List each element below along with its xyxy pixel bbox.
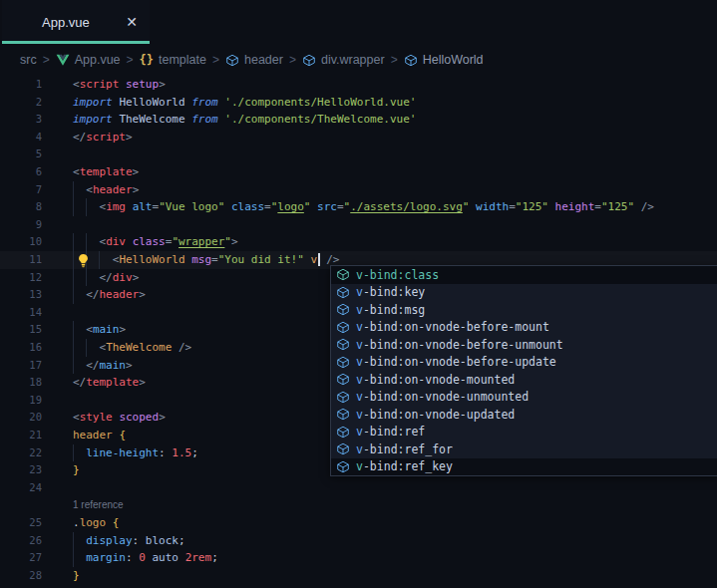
line-number[interactable]: 6 (0, 163, 42, 181)
suggest-item-v-bind-on-vnode-updated[interactable]: v-bind:on-vnode-updated (331, 406, 717, 424)
code-line[interactable]: 27 margin: 0 auto 2rem; (0, 549, 717, 567)
suggest-item-v-bind-on-vnode-unmounted[interactable]: v-bind:on-vnode-unmounted (331, 389, 717, 407)
line-number[interactable]: 17 (0, 357, 42, 375)
line-number[interactable]: 18 (0, 374, 42, 392)
symbol-cube-icon (404, 54, 418, 67)
code-line-content: </main> (73, 357, 133, 375)
suggest-item-v-bind-key[interactable]: v-bind:key (331, 284, 717, 302)
line-number[interactable]: 15 (0, 321, 42, 339)
code-line[interactable]: 7 <header> (0, 181, 717, 199)
code-line[interactable]: 5 (0, 146, 717, 163)
code-line[interactable]: 3import TheWelcome from './components/Th… (0, 111, 717, 129)
code-line[interactable]: 1<script setup> (0, 76, 717, 94)
vue-logo-icon (56, 54, 70, 67)
line-number[interactable]: 8 (0, 198, 42, 216)
line-number[interactable]: 27 (0, 549, 42, 567)
symbol-cube-icon (336, 426, 350, 439)
symbol-cube-icon (336, 268, 350, 281)
code-line[interactable]: 10 <div class="wrapper"> (0, 233, 717, 251)
suggest-item-label: v-bind:class (356, 268, 439, 282)
suggest-item-v-bind-ref-key[interactable]: v-bind:ref_key (331, 458, 717, 476)
symbol-cube-icon (336, 356, 350, 369)
line-number[interactable]: 7 (0, 181, 42, 199)
line-number[interactable]: 11 (0, 251, 42, 269)
indent-guide (99, 251, 100, 269)
line-number[interactable]: 26 (0, 532, 42, 550)
braces-icon: {} (140, 53, 154, 67)
indent-guide (86, 269, 87, 287)
line-number[interactable]: 29 (0, 584, 42, 588)
code-line-content: header { (73, 427, 126, 444)
code-line-content: </script> (73, 129, 133, 147)
symbol-cube-icon (336, 373, 350, 386)
code-line[interactable]: 26 display: block; (0, 532, 717, 550)
line-number[interactable]: 10 (0, 233, 42, 251)
code-line-content: line-height: 1.5; (73, 444, 198, 462)
code-line[interactable]: 9 (0, 216, 717, 234)
line-number[interactable]: 22 (0, 444, 42, 462)
indent-guide (73, 357, 74, 375)
line-number[interactable]: 21 (0, 427, 42, 444)
code-line[interactable]: 2import HelloWorld from './components/He… (0, 94, 717, 112)
indent-guide (73, 181, 74, 199)
line-number[interactable]: 20 (0, 409, 42, 427)
suggest-item-label: v-bind:on-vnode-unmounted (356, 390, 529, 404)
symbol-cube-icon (336, 338, 350, 351)
tab-app-vue[interactable]: App.vue ✕ (2, 0, 150, 44)
suggest-item-label: v-bind:ref (356, 425, 425, 439)
breadcrumb-item-div-wrapper[interactable]: div.wrapper (302, 53, 385, 67)
line-number[interactable]: 5 (0, 146, 42, 163)
code-line[interactable]: 28} (0, 567, 717, 585)
breadcrumb-item-helloworld[interactable]: HelloWorld (404, 53, 484, 67)
line-number[interactable]: 9 (0, 216, 42, 234)
line-number[interactable]: 4 (0, 129, 42, 147)
line-number[interactable]: 28 (0, 567, 42, 585)
codelens-reference-link[interactable]: 1 reference (73, 497, 124, 513)
breadcrumb-item-header[interactable]: header (225, 53, 283, 67)
line-number[interactable]: 1 (0, 76, 42, 94)
codelens-row[interactable]: 1 reference (0, 496, 717, 514)
indent-guide (73, 198, 74, 216)
close-tab-icon[interactable]: ✕ (126, 15, 138, 29)
indent-guide (73, 286, 74, 304)
suggest-item-v-bind-ref[interactable]: v-bind:ref (331, 424, 717, 441)
code-line-content: <script setup> (73, 76, 166, 94)
line-number[interactable]: 2 (0, 94, 42, 112)
line-number[interactable]: 19 (0, 392, 42, 410)
breadcrumb-item-app-vue[interactable]: App.vue (56, 53, 121, 67)
indent-guide (73, 251, 74, 269)
breadcrumb-label: header (244, 53, 283, 67)
suggest-item-v-bind-class[interactable]: v-bind:class (331, 266, 717, 284)
lightbulb-icon[interactable] (76, 253, 91, 268)
code-line[interactable]: 8 <img alt="Vue logo" class="logo" src="… (0, 198, 717, 216)
suggest-item-v-bind-on-vnode-before-mount[interactable]: v-bind:on-vnode-before-mount (331, 319, 717, 337)
line-number[interactable]: 14 (0, 304, 42, 322)
line-number[interactable]: 3 (0, 111, 42, 129)
line-number[interactable]: 23 (0, 461, 42, 479)
suggest-item-v-bind-on-vnode-before-unmount[interactable]: v-bind:on-vnode-before-unmount (331, 336, 717, 354)
code-line[interactable]: 29 (0, 584, 717, 588)
code-line[interactable]: 4</script> (0, 129, 717, 147)
line-number[interactable]: 24 (0, 479, 42, 497)
line-number[interactable]: 25 (0, 514, 42, 532)
line-number[interactable]: 12 (0, 269, 42, 287)
code-line-content: </header> (73, 286, 146, 304)
suggest-item-v-bind-msg[interactable]: v-bind:msg (331, 301, 717, 319)
code-line[interactable]: 24 (0, 479, 717, 497)
suggest-item-label: v-bind:on-vnode-mounted (356, 373, 515, 387)
code-line[interactable]: 25.logo { (0, 514, 717, 532)
line-number[interactable]: 16 (0, 339, 42, 357)
suggest-item-v-bind-ref-for[interactable]: v-bind:ref_for (331, 441, 717, 458)
code-line-content: <header> (73, 181, 139, 199)
breadcrumb-item-template[interactable]: {}template (140, 53, 206, 67)
suggest-item-v-bind-on-vnode-mounted[interactable]: v-bind:on-vnode-mounted (331, 371, 717, 389)
editor-window: App.vue ✕ src>App.vue>{}template>header>… (0, 0, 717, 588)
line-number[interactable]: 13 (0, 286, 42, 304)
suggest-item-v-bind-on-vnode-before-update[interactable]: v-bind:on-vnode-before-update (331, 354, 717, 372)
tab-label: App.vue (42, 15, 90, 30)
suggest-item-label: v-bind:msg (356, 303, 425, 317)
indent-guide (73, 233, 74, 251)
code-line[interactable]: 6<template> (0, 163, 717, 181)
breadcrumb-item-src[interactable]: src (20, 53, 37, 67)
symbol-cube-icon (225, 54, 239, 67)
